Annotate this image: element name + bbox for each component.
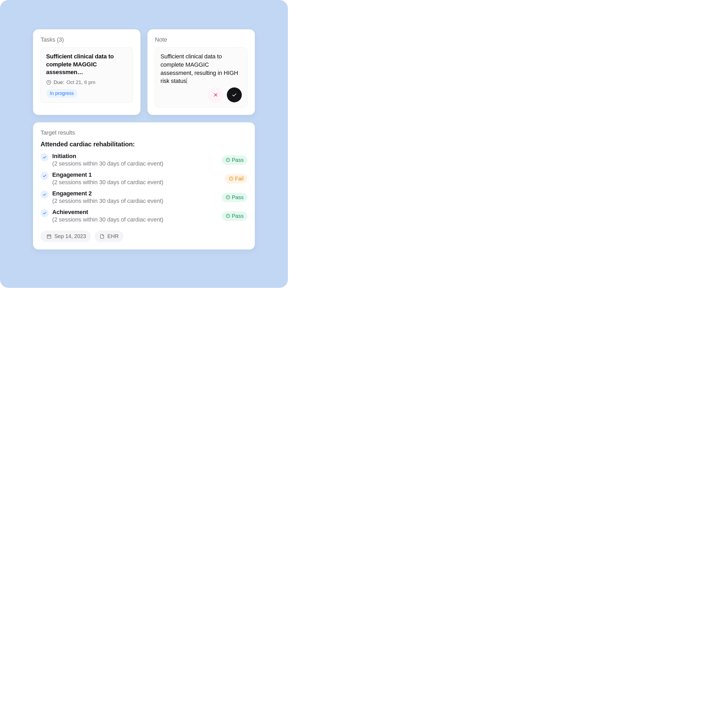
target-results-title: Target results [41,129,247,136]
alert-circle-icon [225,158,230,162]
result-name: Initiation [52,153,218,160]
note-card: Note Sufficient clinical data to complet… [147,29,255,115]
status-label: Pass [232,157,244,163]
result-main: Achievement(2 sessions within 30 days of… [52,209,218,223]
task-due-value: Oct 21, 6 pm [66,80,95,85]
task-due-label: Due: [54,80,64,85]
result-desc: (2 sessions within 30 days of cardiac ev… [52,160,218,167]
source-chip: EHR [95,231,124,242]
status-pass-badge: Pass [222,155,247,165]
date-chip-label: Sep 14, 2023 [54,233,86,239]
file-icon [99,234,105,239]
text-cursor [187,78,187,84]
confirm-button[interactable] [227,87,242,102]
status-fail-badge: Fail [225,174,247,184]
task-due-row: Due: Oct 21, 6 pm [46,80,127,85]
status-label: Pass [232,213,244,219]
result-name: Engagement 2 [52,190,218,197]
clock-icon [46,80,52,85]
result-row: Engagement 1(2 sessions within 30 days o… [41,171,247,186]
checkmark-icon [41,209,49,217]
svg-point-8 [228,217,228,217]
target-results-heading: Attended cardiac rehabilitation: [41,141,247,148]
alert-circle-icon [225,195,230,200]
note-editor[interactable]: Sufficient clinical data to complete MAG… [155,47,247,107]
result-desc: (2 sessions within 30 days of cardiac ev… [52,179,221,186]
status-label: Pass [232,194,244,200]
result-row: Initiation(2 sessions within 30 days of … [41,153,247,167]
alert-circle-icon [229,176,234,181]
status-pass-badge: Pass [222,211,247,221]
checkmark-icon [41,191,49,199]
result-desc: (2 sessions within 30 days of cardiac ev… [52,197,218,205]
checkmark-icon [41,172,49,180]
result-name: Achievement [52,209,218,216]
task-status-badge: In progress [46,89,78,98]
note-text[interactable]: Sufficient clinical data to complete MAG… [161,52,242,85]
checkmark-icon [41,153,49,161]
result-main: Engagement 2(2 sessions within 30 days o… [52,190,218,205]
close-icon [213,92,218,98]
task-item-title: Sufficient clinical data to complete MAG… [46,52,127,76]
tasks-card: Tasks (3) Sufficient clinical data to co… [33,29,141,115]
alert-circle-icon [225,214,230,218]
result-main: Initiation(2 sessions within 30 days of … [52,153,218,167]
result-name: Engagement 1 [52,171,221,178]
calendar-icon [46,234,52,239]
result-row: Achievement(2 sessions within 30 days of… [41,209,247,223]
check-icon [231,92,237,98]
cancel-button[interactable] [208,87,223,102]
svg-rect-9 [47,235,51,238]
status-label: Fail [235,176,244,182]
result-desc: (2 sessions within 30 days of cardiac ev… [52,216,218,223]
source-chip-label: EHR [107,233,119,239]
tasks-title: Tasks (3) [41,36,133,43]
target-results-card: Target results Attended cardiac rehabili… [33,122,255,249]
status-pass-badge: Pass [222,193,247,202]
note-title: Note [155,36,247,43]
task-item[interactable]: Sufficient clinical data to complete MAG… [41,47,133,103]
result-main: Engagement 1(2 sessions within 30 days o… [52,171,221,186]
date-chip: Sep 14, 2023 [41,231,91,242]
result-row: Engagement 2(2 sessions within 30 days o… [41,190,247,205]
